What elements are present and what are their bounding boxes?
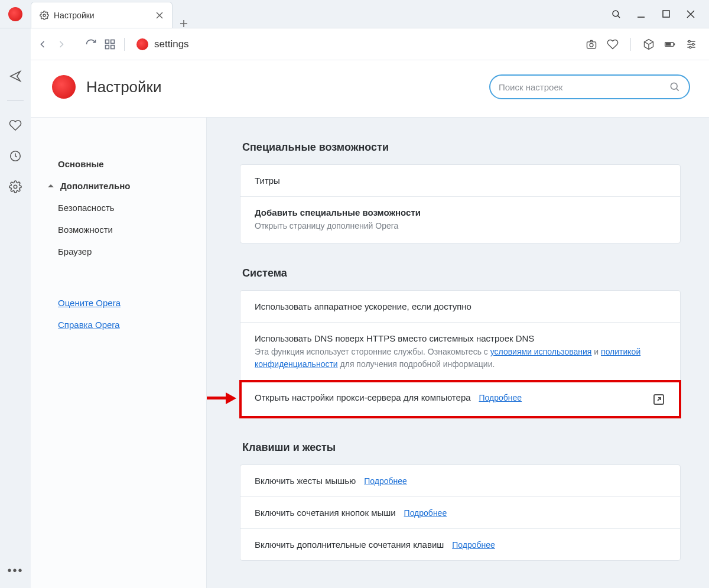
row-hw-accel[interactable]: Использовать аппаратное ускорение, если … bbox=[240, 291, 680, 322]
sidebar-item-label: Безопасность bbox=[58, 203, 115, 213]
row-subtitle: Открыть страницу дополнений Opera bbox=[255, 220, 666, 232]
svg-point-15 bbox=[690, 46, 691, 48]
annotation-arrow-head bbox=[226, 392, 236, 404]
sidebar-item-label: Основные bbox=[58, 159, 104, 169]
card-keys: Включить жесты мышью Подробнее Включить … bbox=[240, 464, 681, 561]
row-title: Включить жесты мышью bbox=[255, 476, 356, 486]
row-captions[interactable]: Титры bbox=[240, 165, 680, 196]
easy-setup-button[interactable] bbox=[685, 38, 697, 50]
link-label: Оцените Opera bbox=[58, 298, 121, 308]
title-bar: Настройки bbox=[0, 0, 709, 28]
search-icon bbox=[611, 9, 622, 20]
reload-button[interactable] bbox=[85, 38, 97, 50]
row-rocker-gestures[interactable]: Включить сочетания кнопок мыши Подробнее bbox=[240, 496, 680, 528]
settings-gear-icon[interactable] bbox=[9, 180, 22, 193]
learn-more-link[interactable]: Подробнее bbox=[452, 540, 495, 550]
svg-rect-9 bbox=[587, 41, 596, 48]
learn-more-link[interactable]: Подробнее bbox=[364, 476, 407, 486]
grid-icon bbox=[104, 38, 116, 50]
row-title: Использовать аппаратное ускорение, если … bbox=[255, 301, 666, 311]
row-add-accessibility[interactable]: Добавить специальные возможности Открыть… bbox=[240, 196, 680, 243]
chevron-right-icon bbox=[56, 38, 67, 50]
new-tab-button[interactable] bbox=[173, 20, 195, 28]
divider bbox=[7, 100, 24, 101]
window-search-button[interactable] bbox=[611, 9, 622, 20]
address-bar[interactable]: settings bbox=[133, 38, 189, 50]
opera-logo-icon bbox=[8, 7, 22, 21]
svg-rect-2 bbox=[663, 11, 669, 17]
extensions-button[interactable] bbox=[643, 38, 655, 50]
search-input[interactable] bbox=[499, 82, 669, 92]
learn-more-link[interactable]: Подробнее bbox=[479, 393, 522, 402]
close-icon bbox=[687, 10, 695, 18]
url-text: settings bbox=[154, 38, 189, 50]
row-title: Добавить специальные возможности bbox=[255, 207, 666, 217]
tab-close-button[interactable] bbox=[153, 9, 166, 22]
forward-button[interactable] bbox=[56, 38, 67, 50]
content-area: settings Настройки bbox=[31, 28, 709, 588]
sidebar-link-help[interactable]: Справка Opera bbox=[31, 314, 206, 336]
sidebar-item-label: Возможности bbox=[58, 225, 113, 235]
refresh-icon bbox=[85, 38, 97, 50]
settings-main[interactable]: Специальные возможности Титры Добавить с… bbox=[207, 118, 709, 588]
row-dns-over-https[interactable]: Использовать DNS поверх HTTPS вместо сис… bbox=[240, 322, 680, 381]
svg-rect-6 bbox=[111, 40, 115, 43]
row-subtitle: Эта функция использует сторонние службы.… bbox=[255, 346, 666, 371]
annotation-arrow-line bbox=[207, 397, 226, 399]
svg-point-14 bbox=[692, 43, 694, 45]
speed-dial-button[interactable] bbox=[104, 38, 116, 50]
tab-settings[interactable]: Настройки bbox=[31, 2, 173, 28]
sidebar-item-advanced[interactable]: Дополнительно bbox=[31, 175, 206, 197]
back-button[interactable] bbox=[37, 38, 48, 50]
row-title: Титры bbox=[255, 176, 666, 186]
opera-logo-icon bbox=[52, 75, 76, 99]
svg-point-1 bbox=[613, 11, 619, 17]
sidebar-subitem-browser[interactable]: Браузер bbox=[31, 241, 206, 262]
row-title: Включить сочетания кнопок мыши bbox=[255, 508, 396, 518]
svg-point-13 bbox=[688, 40, 690, 42]
learn-more-link[interactable]: Подробнее bbox=[404, 508, 447, 518]
window-minimize-button[interactable] bbox=[636, 9, 646, 20]
sliders-icon bbox=[685, 38, 697, 50]
window-close-button[interactable] bbox=[685, 9, 696, 20]
battery-icon bbox=[664, 38, 676, 50]
close-icon bbox=[156, 12, 163, 19]
snapshot-button[interactable] bbox=[586, 38, 597, 50]
window-maximize-button[interactable] bbox=[661, 9, 671, 20]
chevron-left-icon bbox=[37, 38, 48, 50]
svg-point-16 bbox=[671, 83, 677, 89]
opera-menu-button[interactable] bbox=[0, 0, 31, 28]
annotation-marker: 3 bbox=[207, 386, 236, 410]
sidebar-subitem-security[interactable]: Безопасность bbox=[31, 197, 206, 219]
row-title: Открыть настройки прокси-сервера для ком… bbox=[255, 392, 471, 402]
svg-point-10 bbox=[590, 43, 593, 47]
battery-button[interactable] bbox=[664, 38, 676, 50]
row-proxy-settings[interactable]: 3 Открыть настройки прокси-сервера для к… bbox=[240, 381, 680, 417]
link-label: Справка Opera bbox=[58, 320, 120, 330]
browser-sidebar: ••• bbox=[0, 28, 31, 588]
history-icon[interactable] bbox=[9, 150, 22, 163]
section-title-keys: Клавиши и жесты bbox=[242, 441, 681, 454]
row-mouse-gestures[interactable]: Включить жесты мышью Подробнее bbox=[240, 465, 680, 496]
sidebar-link-rate[interactable]: Оцените Opera bbox=[31, 292, 206, 314]
sidebar-item-label: Браузер bbox=[58, 246, 92, 256]
url-toolbar: settings bbox=[31, 28, 709, 60]
terms-link[interactable]: условиями использования bbox=[490, 347, 592, 356]
settings-search-box[interactable] bbox=[489, 74, 690, 99]
sidebar-subitem-features[interactable]: Возможности bbox=[31, 219, 206, 241]
sidebar-item-main[interactable]: Основные bbox=[31, 153, 206, 175]
camera-icon bbox=[586, 38, 597, 50]
svg-rect-7 bbox=[106, 45, 109, 48]
plus-icon bbox=[180, 20, 188, 28]
window-controls bbox=[611, 0, 709, 28]
settings-sidebar: Основные Дополнительно Безопасность Возм… bbox=[31, 118, 207, 588]
sidebar-item-label: Дополнительно bbox=[60, 181, 130, 191]
send-icon[interactable] bbox=[9, 70, 22, 83]
heart-icon bbox=[607, 38, 619, 50]
bookmark-button[interactable] bbox=[607, 38, 619, 50]
sidebar-more-button[interactable]: ••• bbox=[7, 564, 23, 577]
svg-point-0 bbox=[43, 14, 45, 17]
search-icon bbox=[669, 81, 681, 93]
heart-icon[interactable] bbox=[9, 119, 22, 132]
row-advanced-shortcuts[interactable]: Включить дополнительные сочетания клавиш… bbox=[240, 528, 680, 560]
